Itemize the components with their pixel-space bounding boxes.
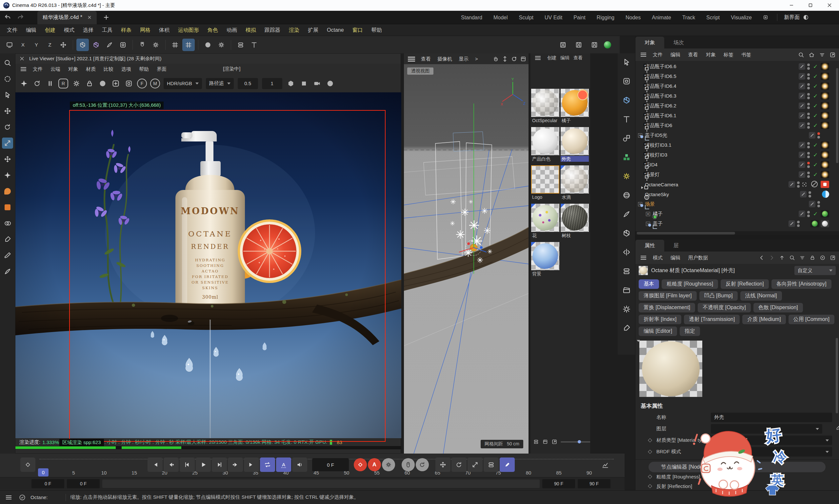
glow-tag[interactable] — [821, 63, 829, 70]
glow-tag[interactable] — [821, 122, 829, 129]
lv-menu-文件[interactable]: 文件 — [29, 64, 47, 74]
picker-box-icon[interactable] — [123, 78, 135, 89]
dot-top[interactable] — [807, 142, 810, 145]
visibility-dots[interactable] — [817, 132, 820, 139]
material-thumb-产品白色[interactable] — [531, 127, 559, 155]
material-thumb-外壳[interactable] — [561, 127, 589, 155]
fcurve-icon[interactable] — [598, 458, 613, 472]
object-row[interactable]: st场景灯✓ — [635, 169, 839, 179]
layout-item-visualize[interactable]: Visualize — [725, 11, 757, 24]
om-tab-对象[interactable]: 对象 — [635, 37, 664, 49]
spline-pen-icon[interactable] — [2, 266, 13, 277]
instance-cube-icon[interactable] — [621, 228, 632, 239]
menu-扩展[interactable]: 扩展 — [304, 24, 323, 36]
curve-pen-icon[interactable] — [621, 209, 632, 220]
visibility-dots[interactable] — [807, 103, 810, 109]
close-icon[interactable] — [20, 57, 24, 60]
enabled-check-icon[interactable]: ✓ — [812, 122, 819, 129]
add-layout-icon[interactable] — [757, 15, 774, 20]
colorspace-dropdown[interactable]: HDR/sRGB — [164, 78, 202, 89]
range-start-field[interactable]: 0 F — [32, 479, 64, 488]
enabled-check-icon[interactable]: ✓ — [812, 211, 819, 217]
material-tab-折射率 [Index][interactable]: 折射率 [Index] — [639, 315, 681, 324]
om-menu-书签[interactable]: 书签 — [737, 49, 755, 61]
viewport-canvas[interactable]: X Y Z — [404, 64, 529, 454]
editor-visibility-toggle[interactable] — [799, 122, 805, 129]
glow-tag[interactable] — [821, 161, 829, 168]
object-row[interactable]: st产品瓶子ID6.1✓ — [635, 111, 839, 121]
material-list-view-icon[interactable] — [533, 439, 539, 445]
visibility-dots[interactable] — [797, 221, 800, 227]
anim-diamond-icon[interactable] — [648, 474, 652, 479]
array-cubes-icon[interactable] — [621, 151, 632, 163]
range-end-field2[interactable]: 90 F — [578, 479, 611, 488]
menu-选择[interactable]: 选择 — [79, 24, 98, 36]
dot-top[interactable] — [817, 132, 820, 135]
anim-diamond-icon[interactable] — [648, 438, 652, 443]
panel-splitter[interactable] — [635, 235, 839, 240]
vp-menu-摄像机[interactable]: 摄像机 — [434, 53, 456, 64]
material-item[interactable]: OctSpecular — [531, 89, 559, 124]
editor-visibility-toggle[interactable] — [800, 191, 807, 197]
skytag-tag[interactable] — [822, 191, 829, 198]
visibility-dots[interactable] — [807, 162, 810, 168]
glow-tag[interactable] — [821, 73, 829, 80]
toolbar-pen-icon[interactable] — [103, 39, 116, 51]
enabled-check-icon[interactable]: ✓ — [812, 112, 819, 119]
object-row[interactable]: st花ID4✓ — [635, 160, 839, 169]
object-row[interactable]: OctaneCamera — [635, 179, 839, 189]
om-menu-burger-icon[interactable] — [641, 53, 646, 53]
visibility-dots[interactable] — [807, 83, 810, 89]
material-detach-icon[interactable] — [551, 439, 558, 445]
next-frame-button[interactable] — [212, 457, 227, 472]
environment-icon[interactable] — [324, 78, 336, 89]
material-thumb-花[interactable] — [531, 204, 559, 232]
viewport-pan-icon[interactable] — [493, 56, 499, 62]
layout-item-animate[interactable]: Animate — [646, 11, 677, 24]
material-item[interactable]: 树枝 — [561, 204, 589, 238]
glow-tag[interactable] — [821, 142, 829, 149]
menu-模式[interactable]: 模式 — [60, 24, 79, 36]
dot-bottom[interactable] — [807, 175, 810, 178]
menu-运动图形[interactable]: 运动图形 — [174, 24, 203, 36]
range-start-field2[interactable]: 0 F — [67, 479, 100, 488]
editor-visibility-toggle[interactable] — [799, 93, 805, 99]
greenball-tag[interactable] — [821, 210, 829, 217]
object-row[interactable]: st产品瓶子ID6.3✓ — [635, 91, 839, 101]
lv-menu-对象[interactable]: 对象 — [64, 64, 82, 74]
dot-top[interactable] — [817, 201, 820, 204]
material-ball-icon[interactable] — [97, 78, 108, 89]
editor-visibility-toggle[interactable] — [788, 220, 795, 227]
om-menu-标签[interactable]: 标签 — [720, 49, 737, 61]
up-icon[interactable] — [779, 255, 785, 261]
dot-bottom[interactable] — [807, 156, 810, 158]
viewport-orbit-icon[interactable] — [511, 56, 517, 62]
dot-bottom[interactable] — [807, 126, 810, 129]
primitive-stack-icon[interactable] — [621, 133, 632, 144]
attr-menu-burger-icon[interactable] — [641, 256, 646, 256]
track-icon[interactable] — [820, 255, 825, 261]
object-row[interactable]: st产品瓶子ID6.6✓ — [635, 61, 839, 71]
glow-tag[interactable] — [821, 102, 829, 109]
menu-创建[interactable]: 创建 — [41, 24, 60, 36]
material-tab-粗糙度 [Roughness][interactable]: 粗糙度 [Roughness] — [662, 280, 718, 289]
menu-工具[interactable]: 工具 — [98, 24, 117, 36]
dot-top[interactable] — [807, 152, 810, 155]
autokey-toggle[interactable]: A — [368, 458, 381, 471]
dot-top[interactable] — [807, 103, 810, 105]
object-row[interactable]: st树枝灯ID3✓ — [635, 150, 839, 160]
material-thumb-树枝[interactable] — [561, 204, 589, 232]
material-tab-指定[interactable]: 指定 — [680, 326, 700, 336]
restart-render-icon[interactable] — [31, 78, 43, 89]
material-tab-透射 [Transmission][interactable]: 透射 [Transmission] — [684, 315, 740, 324]
generator-gear-icon[interactable] — [621, 170, 632, 182]
maximize-button[interactable] — [801, 0, 820, 11]
gamma-field[interactable]: 1 — [262, 78, 282, 89]
dot-top[interactable] — [807, 162, 810, 164]
material-item[interactable]: 水滴 — [561, 165, 589, 200]
object-row[interactable]: +场景 — [635, 199, 839, 209]
material-item[interactable]: Logo — [531, 165, 559, 200]
range-slider[interactable] — [102, 480, 540, 488]
dot-bottom[interactable] — [797, 224, 800, 227]
name-input[interactable]: 外壳 — [711, 413, 832, 422]
